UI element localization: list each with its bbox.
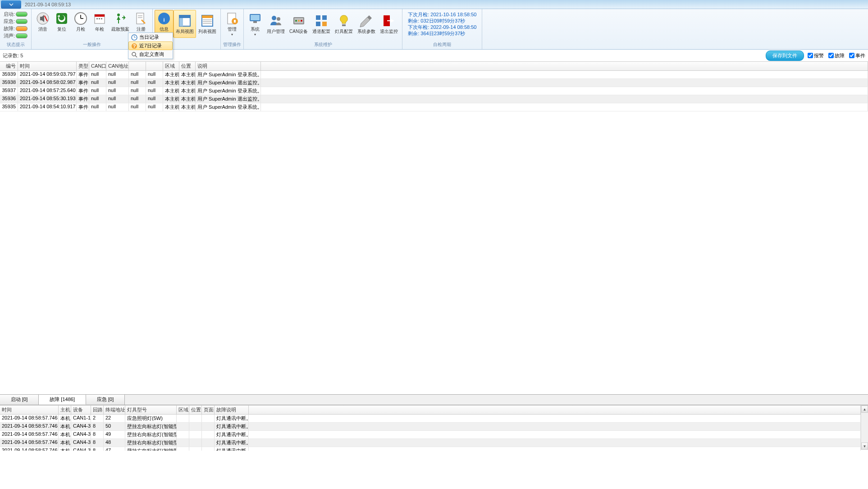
svg-point-32 — [277, 17, 280, 21]
ribbon-system-button[interactable]: 系统 ▾ — [246, 10, 265, 38]
svg-point-36 — [298, 20, 300, 22]
main-col-header[interactable]: 区域 — [163, 62, 179, 70]
table-row[interactable]: 35936 2021-09-14 08:55:30.193 事件 null nu… — [0, 95, 868, 103]
titlebar: 2021-09-14 08:59:13 — [0, 0, 868, 9]
ribbon-evacuate-button[interactable]: 疏散预案 — [109, 10, 132, 34]
chevron-down-icon: ▾ — [254, 32, 256, 37]
bottom-tab-0[interactable]: 启动 [0] — [0, 395, 39, 405]
main-col-header[interactable]: 编号 — [0, 62, 18, 70]
table-row[interactable]: 2021-09-14 08:58:57.746 本机 CAN4-3 8 47 壁… — [0, 447, 861, 451]
bottom-grid-scrollbar[interactable]: ▲ ▼ — [861, 406, 868, 450]
info-dropdown-menu: 当日记录 ? 近7日记录 自定义查询 — [128, 32, 173, 59]
bottom-col-header[interactable]: 页面 — [202, 406, 215, 414]
main-grid-body: 35939 2021-09-14 08:59:03.797 事件 null nu… — [0, 71, 868, 111]
main-col-header[interactable] — [146, 62, 163, 70]
chevron-down-icon: ▾ — [231, 32, 233, 37]
bottom-col-header[interactable]: 主机 — [59, 406, 71, 414]
table-row[interactable]: 35938 2021-09-14 08:58:02.987 事件 null nu… — [0, 79, 868, 87]
table-row[interactable]: 35935 2021-09-14 08:54:10.917 事件 null nu… — [0, 103, 868, 111]
table-row[interactable]: 35939 2021-09-14 08:59:03.797 事件 null nu… — [0, 71, 868, 79]
status-light — [16, 33, 27, 38]
svg-rect-7 — [95, 14, 105, 17]
main-col-header[interactable]: 时间 — [18, 62, 77, 70]
exit-icon — [382, 14, 396, 28]
bottom-col-header[interactable]: 终端地址 — [104, 406, 125, 414]
bottom-col-header[interactable]: 设备 — [71, 406, 91, 414]
ribbon-layout-button[interactable]: 布局视图 — [174, 10, 196, 38]
evacuate-icon — [113, 11, 128, 26]
search-icon — [131, 51, 137, 58]
table-row[interactable]: 2021-09-14 08:58:57.746 本机 CAN1-1 2 22 应… — [0, 415, 861, 423]
svg-rect-30 — [253, 21, 257, 23]
bottom-col-header[interactable]: 回路 — [91, 406, 104, 414]
svg-point-31 — [272, 16, 276, 20]
status-row-3: 消声: — [4, 32, 27, 39]
table-row[interactable]: 2021-09-14 08:58:57.746 本机 CAN4-3 8 49 壁… — [0, 431, 861, 439]
svg-rect-40 — [316, 22, 320, 26]
svg-point-37 — [301, 20, 302, 22]
bottom-col-header[interactable]: 时间 — [0, 406, 59, 414]
svg-line-50 — [135, 55, 137, 57]
bottom-tabs: 启动 [0]故障 [1486]应急 [0] — [0, 394, 868, 405]
main-col-header[interactable]: 位置 — [179, 62, 196, 70]
filter-check-1[interactable]: 故障 — [828, 52, 845, 59]
svg-point-11 — [117, 14, 120, 16]
ribbon-mute-button[interactable]: 消音 — [33, 10, 52, 34]
filter-check-2[interactable]: 事件 — [849, 52, 865, 59]
ribbon-channel-button[interactable]: 通道配置 — [310, 10, 333, 38]
table-row[interactable]: 35937 2021-09-14 08:57:25.640 事件 null nu… — [0, 87, 868, 95]
ribbon-group-selfcheck: 下次月检: 2021-10-16 18:58:50剩余: 032日09时59分3… — [402, 9, 482, 49]
bottom-grid-body: 2021-09-14 08:58:57.746 本机 CAN1-1 2 22 应… — [0, 415, 861, 451]
help-icon: ? — [131, 43, 137, 49]
bottom-col-header[interactable]: 位置 — [189, 406, 202, 414]
mute-icon — [36, 11, 50, 26]
main-col-header[interactable]: 说明 — [196, 62, 261, 70]
main-col-header[interactable] — [129, 62, 146, 70]
svg-rect-9 — [99, 18, 100, 19]
register-icon — [134, 11, 148, 26]
app-menu-button[interactable] — [1, 0, 21, 9]
bottom-col-header[interactable]: 区域 — [177, 406, 189, 414]
ribbon-user-button[interactable]: 用户管理 — [265, 10, 287, 38]
svg-rect-12 — [137, 13, 144, 24]
main-col-header[interactable]: 类型 — [77, 62, 89, 70]
table-row[interactable]: 2021-09-14 08:58:57.746 本机 CAN4-3 8 50 壁… — [0, 423, 861, 431]
svg-rect-38 — [316, 15, 320, 20]
bottom-tab-2[interactable]: 应急 [0] — [86, 395, 125, 405]
bottom-grid-header: 时间主机设备回路终端地址灯具型号区域位置页面故障说明 — [0, 406, 861, 415]
table-row[interactable]: 2021-09-14 08:58:57.746 本机 CAN4-3 8 48 壁… — [0, 439, 861, 447]
bottom-col-header[interactable]: 故障说明 — [215, 406, 249, 414]
ribbon-can-button[interactable]: CAN设备 — [287, 10, 310, 38]
selfcheck-line: 剩余: 364日23时59分37秒 — [408, 30, 476, 37]
scroll-up-button[interactable]: ▲ — [861, 406, 868, 413]
month-check-icon — [73, 11, 88, 26]
filter-check-0[interactable]: 报警 — [808, 52, 824, 59]
save-to-file-button[interactable]: 保存到文件 — [766, 51, 804, 61]
dropdown-item-1[interactable]: ? 近7日记录 — [128, 42, 173, 50]
svg-rect-21 — [202, 15, 213, 18]
clock-icon — [131, 34, 137, 41]
ribbon-list-button[interactable]: 列表视图 — [196, 10, 219, 38]
main-col-header[interactable]: CAN地址 — [106, 62, 129, 70]
scroll-down-button[interactable]: ▼ — [861, 443, 868, 450]
ribbon-register-button[interactable]: 注册 — [132, 10, 151, 34]
ribbon-month-check-button[interactable]: 月检 — [71, 10, 90, 34]
ribbon-lamp-button[interactable]: 灯具配置 — [333, 10, 355, 38]
ribbon-exit-button[interactable]: 退出监控 — [378, 10, 400, 38]
bottom-tab-1[interactable]: 故障 [1486] — [39, 395, 86, 405]
ribbon-reset-button[interactable]: 复位 — [52, 10, 71, 34]
year-check-icon — [92, 11, 107, 26]
main-col-header[interactable]: CAN口 — [89, 62, 106, 70]
ribbon-group-manage: 管理 ▾ 管理操作 — [221, 9, 244, 49]
ribbon-year-check-button[interactable]: 年检 — [90, 10, 109, 34]
svg-text:?: ? — [133, 43, 136, 49]
ribbon-manage-button[interactable]: 管理 ▾ — [223, 10, 242, 38]
status-light — [16, 12, 27, 17]
dropdown-item-2[interactable]: 自定义查询 — [128, 50, 173, 59]
svg-point-49 — [132, 52, 136, 56]
svg-rect-29 — [251, 15, 260, 20]
dropdown-item-0[interactable]: 当日记录 — [128, 33, 173, 42]
bottom-col-header[interactable]: 灯具型号 — [125, 406, 177, 414]
ribbon-param-button[interactable]: 系统参数 — [355, 10, 378, 38]
list-icon — [200, 14, 215, 28]
